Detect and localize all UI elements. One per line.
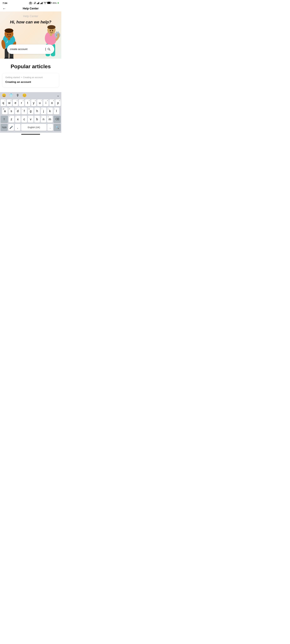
breadcrumb-separator: >	[21, 76, 22, 78]
breadcrumb-end: Creating an account	[23, 76, 42, 78]
key-w[interactable]: 2w	[7, 99, 12, 106]
mic-key[interactable]: 🎤	[8, 124, 14, 131]
svg-point-1	[30, 3, 31, 4]
dot-icon: •	[32, 2, 33, 4]
svg-rect-6	[39, 2, 39, 4]
svg-rect-5	[38, 2, 38, 4]
svg-point-41	[48, 48, 50, 50]
key-u[interactable]: 7u	[37, 99, 42, 106]
svg-marker-37	[56, 31, 58, 32]
key-row-2: @a #s £d _f &g -h +j (k )l	[1, 108, 61, 114]
svg-rect-12	[51, 2, 52, 3]
article-title: Creating an account	[5, 80, 56, 84]
svg-rect-2	[30, 2, 31, 2]
key-o[interactable]: 9o	[50, 99, 55, 106]
hero-label: Help Center	[23, 14, 38, 18]
search-input-value: create account	[10, 48, 45, 51]
key-k[interactable]: (k	[47, 108, 53, 114]
comma-key[interactable]: ,	[15, 124, 20, 131]
battery-icon	[47, 2, 52, 4]
svg-rect-7	[40, 4, 41, 4]
key-t[interactable]: 5t	[25, 99, 30, 106]
key-b[interactable]: ;b	[34, 116, 40, 123]
key-e[interactable]: 3e	[13, 99, 18, 106]
key-j[interactable]: +j	[41, 108, 46, 114]
key-f[interactable]: _f	[22, 108, 27, 114]
svg-point-32	[47, 25, 56, 29]
svg-point-39	[56, 34, 57, 36]
key-c[interactable]: 'c	[22, 116, 27, 123]
camera-icon	[29, 2, 32, 4]
key-row-3: ⇧ *z "x 'c :v ;b !n ?m ⌫	[1, 116, 61, 123]
article-card[interactable]: Getting started > Creating an account Cr…	[2, 73, 59, 87]
battery-percent: 85%	[52, 2, 56, 4]
status-icons: •	[29, 2, 59, 4]
keyboard-mic-icon[interactable]: 🎙	[16, 94, 20, 98]
key-y[interactable]: 6y	[31, 99, 36, 106]
svg-rect-10	[42, 2, 42, 4]
signal1-icon	[37, 2, 40, 4]
period-key[interactable]: .	[47, 124, 53, 131]
key-n[interactable]: !n	[41, 116, 46, 123]
key-v[interactable]: :v	[28, 116, 34, 123]
keyboard-face-icon[interactable]: 😊	[22, 94, 26, 98]
search-go-key[interactable]: 🔍	[54, 124, 61, 131]
svg-rect-4	[38, 3, 38, 4]
key-z[interactable]: *z	[9, 116, 14, 123]
svg-rect-9	[42, 2, 42, 4]
key-g[interactable]: &g	[28, 108, 34, 114]
period-label: .	[50, 126, 51, 129]
space-label: English (UK)	[28, 126, 40, 128]
svg-rect-0	[29, 2, 32, 4]
wifi-icon	[44, 2, 46, 4]
keyboard-bottom-row: ?123 🎤 , English (UK) . 🔍	[0, 124, 61, 132]
key-i[interactable]: 8i	[43, 99, 48, 106]
key-p[interactable]: 0p	[55, 99, 61, 106]
svg-point-19	[10, 34, 10, 36]
keyboard-clothes-icon[interactable]: 👕	[9, 94, 13, 98]
search-box[interactable]: create account	[7, 44, 54, 54]
key-m[interactable]: ?m	[47, 116, 53, 123]
keyboard-keys: 1q 2w 3e 4r 5t 6y 7u 8i 9o 0p @a #s £d _…	[0, 99, 61, 123]
keyboard-collapse-button[interactable]: ⌄	[56, 94, 60, 98]
key-l[interactable]: )l	[54, 108, 59, 114]
article-breadcrumb: Getting started > Creating an account	[5, 76, 56, 78]
breadcrumb-start: Getting started	[5, 76, 20, 78]
muted-icon	[34, 2, 36, 4]
key-x[interactable]: "x	[15, 116, 21, 123]
svg-point-33	[50, 30, 51, 31]
shift-key[interactable]: ⇧	[1, 116, 8, 123]
svg-rect-20	[8, 38, 10, 40]
keyboard-container: 😀 👕 🎙 😊 ⌄ 1q 2w 3e 4r 5t 6y 7u 8i 9o 0p …	[0, 92, 61, 133]
svg-point-34	[52, 30, 53, 31]
delete-key[interactable]: ⌫	[54, 116, 61, 123]
svg-rect-13	[47, 2, 50, 4]
svg-rect-35	[50, 34, 52, 36]
search-icon	[47, 48, 50, 51]
key-q[interactable]: 1q	[1, 99, 6, 106]
home-indicator	[0, 133, 61, 135]
svg-point-17	[4, 28, 13, 33]
keyboard-toolbar: 😀 👕 🎙 😊 ⌄	[0, 92, 61, 99]
numbers-label: ?123	[2, 126, 6, 128]
key-a[interactable]: @a	[2, 108, 8, 114]
battery-status	[47, 2, 52, 4]
hero-section: Help Center Hi, how can we help? ♪	[0, 12, 61, 59]
key-d[interactable]: £d	[15, 108, 20, 114]
search-button[interactable]	[46, 46, 52, 52]
svg-rect-3	[37, 4, 37, 4]
page-title: Help Center	[23, 7, 38, 10]
key-h[interactable]: -h	[34, 108, 40, 114]
status-bar: 7:04 •	[0, 0, 61, 6]
keyboard-toolbar-icons: 😀 👕 🎙 😊	[2, 94, 26, 98]
back-button[interactable]: ←	[2, 6, 6, 11]
nav-bar: ← Help Center	[0, 6, 61, 12]
space-key[interactable]: English (UK)	[21, 124, 46, 131]
numbers-key[interactable]: ?123	[1, 124, 8, 131]
keyboard-emoji-icon[interactable]: 😀	[2, 94, 6, 98]
key-s[interactable]: #s	[8, 108, 14, 114]
key-r[interactable]: 4r	[19, 99, 24, 106]
home-bar	[21, 134, 40, 134]
svg-rect-8	[41, 3, 41, 4]
svg-point-18	[8, 34, 8, 36]
